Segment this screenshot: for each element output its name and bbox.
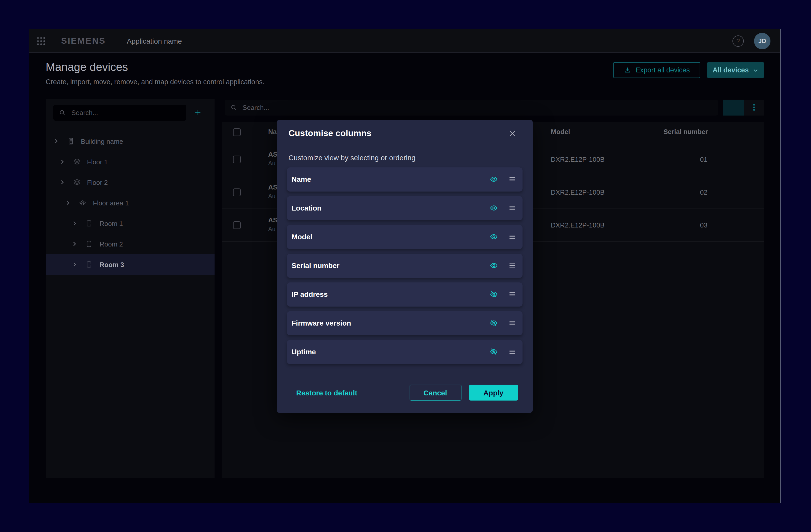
select-all-checkbox[interactable]: [233, 128, 241, 136]
device-model: DXR2.E12P-100B: [551, 188, 605, 196]
tree-item-floor-2[interactable]: Floor 2: [46, 172, 215, 193]
help-icon[interactable]: ?: [733, 35, 744, 47]
drag-handle-icon[interactable]: [508, 175, 516, 183]
close-icon[interactable]: [508, 128, 517, 138]
device-subtitle: Au: [268, 225, 277, 233]
tree-item-label: Building name: [81, 137, 123, 145]
app-launcher-grid-icon[interactable]: [36, 36, 46, 46]
room-icon: [85, 260, 93, 269]
tree-item-room-3[interactable]: Room 3: [46, 254, 215, 275]
device-subtitle: Au: [268, 192, 277, 200]
tree-search-input[interactable]: [70, 108, 181, 117]
column-label: Uptime: [292, 348, 316, 356]
visibility-eye-icon[interactable]: [490, 204, 498, 212]
chevron-right-icon[interactable]: [72, 241, 77, 246]
chevron-right-icon[interactable]: [53, 139, 58, 144]
cancel-button[interactable]: Cancel: [409, 385, 461, 400]
table-options-kebab-menu[interactable]: [744, 100, 764, 115]
device-name: AS: [268, 216, 277, 225]
row-checkbox[interactable]: [233, 221, 241, 229]
chevron-right-icon[interactable]: [72, 262, 77, 267]
drag-handle-icon[interactable]: [508, 261, 516, 270]
customize-columns-button[interactable]: [722, 100, 744, 115]
tree-item-floor-area-1[interactable]: Floor area 1: [46, 193, 215, 213]
drag-handle-icon[interactable]: [508, 348, 516, 356]
room-icon: [85, 219, 93, 227]
device-serial: 03: [693, 221, 714, 229]
visibility-eye-icon[interactable]: [490, 261, 498, 270]
device-search: [225, 100, 718, 115]
apply-button[interactable]: Apply: [469, 385, 518, 400]
column-label: Location: [292, 204, 322, 212]
building-icon: [66, 137, 75, 145]
column-item-firmware-version[interactable]: Firmware version: [287, 311, 522, 335]
device-subtitle: Au: [268, 159, 277, 167]
restore-to-default-link[interactable]: Restore to default: [296, 389, 357, 397]
application-name: Application name: [127, 37, 182, 45]
room-icon: [85, 240, 93, 248]
column-label: IP address: [292, 290, 328, 298]
column-label: Firmware version: [292, 319, 351, 327]
download-icon: [624, 66, 631, 74]
column-item-location[interactable]: Location: [287, 196, 522, 220]
chevron-right-icon[interactable]: [59, 180, 64, 185]
tree-search: [53, 105, 186, 121]
search-icon: [230, 104, 238, 111]
export-all-devices-button[interactable]: Export all devices: [613, 62, 700, 78]
column-list: Name Location Mo: [287, 167, 522, 368]
tree-item-building[interactable]: Building name: [46, 131, 215, 151]
column-label: Model: [292, 233, 312, 241]
visibility-eye-icon[interactable]: [490, 175, 498, 183]
user-avatar[interactable]: JD: [754, 33, 770, 49]
row-checkbox[interactable]: [233, 156, 241, 163]
tree-item-label: Room 1: [100, 219, 123, 227]
scope-label: All devices: [713, 66, 749, 74]
column-label: Serial number: [292, 261, 339, 270]
visibility-eye-icon[interactable]: [490, 233, 498, 241]
kebab-icon: [750, 103, 758, 111]
tree-item-label: Floor 1: [87, 158, 108, 166]
drag-handle-icon[interactable]: [508, 290, 516, 298]
device-model: DXR2.E12P-100B: [551, 221, 605, 229]
column-item-uptime[interactable]: Uptime: [287, 340, 522, 364]
device-serial: 01: [693, 156, 714, 163]
column-item-ip-address[interactable]: IP address: [287, 282, 522, 306]
visibility-eye-off-icon[interactable]: [490, 290, 498, 298]
tree-item-label: Floor area 1: [93, 199, 129, 207]
export-label: Export all devices: [636, 66, 690, 74]
column-label: Name: [292, 175, 311, 183]
tree-item-label: Room 2: [100, 240, 123, 248]
visibility-eye-off-icon[interactable]: [490, 348, 498, 356]
location-tree: Building name Floor 1: [46, 131, 215, 275]
drag-handle-icon[interactable]: [508, 233, 516, 241]
device-name: AS: [268, 150, 277, 159]
chevron-right-icon[interactable]: [65, 200, 70, 206]
dialog-subtitle: Customize view by selecting or ordering: [289, 153, 415, 162]
add-location-button[interactable]: [191, 106, 204, 119]
all-devices-dropdown[interactable]: All devices: [707, 62, 764, 78]
search-icon: [59, 109, 66, 117]
tree-item-label: Floor 2: [87, 179, 108, 186]
floor-area-icon: [78, 199, 87, 207]
tree-item-room-1[interactable]: Room 1: [46, 213, 215, 234]
column-header-serial[interactable]: Serial number: [663, 128, 708, 136]
floor-icon: [73, 158, 81, 166]
column-item-model[interactable]: Model: [287, 225, 522, 249]
drag-handle-icon[interactable]: [508, 204, 516, 212]
device-search-input[interactable]: [242, 103, 713, 112]
chevron-right-icon[interactable]: [59, 159, 64, 164]
column-item-serial-number[interactable]: Serial number: [287, 254, 522, 277]
chevron-down-icon: [752, 67, 759, 73]
page-title: Manage devices: [46, 61, 128, 74]
chevron-right-icon[interactable]: [72, 221, 77, 226]
row-checkbox[interactable]: [233, 188, 241, 196]
device-name: AS: [268, 183, 277, 192]
visibility-eye-off-icon[interactable]: [490, 319, 498, 327]
dialog-title: Customise columns: [289, 128, 371, 138]
device-serial: 02: [693, 188, 714, 196]
column-header-model[interactable]: Model: [551, 128, 570, 136]
drag-handle-icon[interactable]: [508, 319, 516, 327]
tree-item-floor-1[interactable]: Floor 1: [46, 151, 215, 172]
tree-item-room-2[interactable]: Room 2: [46, 234, 215, 254]
column-item-name[interactable]: Name: [287, 167, 522, 191]
